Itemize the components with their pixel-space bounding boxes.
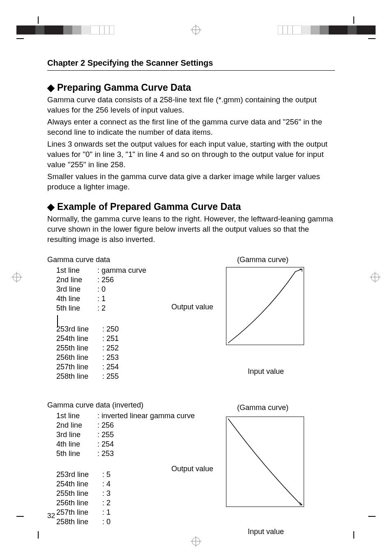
line-key: 4th line: [56, 294, 97, 304]
line-key: 254th line: [56, 479, 102, 489]
line-val: 254: [101, 440, 114, 449]
colon: :: [97, 304, 101, 313]
colon: :: [97, 421, 101, 430]
line-val: 253: [101, 449, 114, 458]
crop-mark: [16, 38, 24, 39]
line-val: inverted linear gamma curve: [101, 411, 195, 421]
paragraph: Smaller values in the gamma curve data g…: [47, 172, 335, 192]
colon: :: [97, 449, 101, 458]
paragraph: Always enter a connect as the first line…: [47, 117, 335, 138]
fig1-graph-box: [226, 267, 304, 345]
colon: :: [97, 285, 101, 294]
line-key: 3rd line: [56, 430, 97, 440]
line-key: 2nd line: [56, 421, 97, 430]
diamond-icon: ◆: [47, 82, 55, 93]
line-key: 256th line: [56, 498, 102, 508]
colon: :: [97, 266, 101, 275]
line-val: 2: [106, 498, 111, 508]
page-number: 32: [47, 512, 55, 520]
color-bar-right: [278, 25, 376, 35]
section-heading-example: ◆Example of Prepared Gamma Curve Data: [47, 201, 335, 212]
colon: :: [102, 353, 106, 362]
line-val: 255: [101, 430, 114, 440]
paragraph: Lines 3 onwards set the output values fo…: [47, 139, 335, 170]
fig1-output-label: Output value: [171, 303, 213, 311]
crop-mark: [368, 38, 376, 39]
line-val: 254: [106, 362, 119, 372]
colon: :: [102, 489, 106, 498]
fig2-title: Gamma curve data (inverted): [47, 401, 335, 410]
colon: :: [102, 470, 106, 479]
line-key: 257th line: [56, 508, 102, 517]
registration-mark: [12, 272, 22, 283]
colon: :: [102, 372, 106, 381]
line-key: 253rd line: [56, 325, 102, 334]
line-val: 5: [106, 470, 111, 479]
line-val: 251: [106, 334, 119, 343]
colon: :: [102, 334, 106, 343]
line-val: 3: [106, 489, 111, 498]
line-val: 250: [106, 325, 119, 334]
colon: :: [102, 517, 106, 527]
colon: :: [102, 343, 106, 353]
crop-mark: [368, 516, 376, 517]
crop-mark: [38, 531, 39, 539]
line-key: 258th line: [56, 372, 102, 381]
line-key: 256th line: [56, 353, 102, 362]
line-key: 1st line: [56, 411, 97, 421]
heading-text: Preparing Gamma Curve Data: [57, 82, 191, 93]
color-bar-left: [16, 25, 114, 35]
line-val: 1: [106, 508, 111, 517]
diamond-icon: ◆: [47, 201, 55, 212]
fig2-graph-box: [226, 417, 304, 507]
registration-mark: [370, 272, 380, 283]
colon: :: [102, 508, 106, 517]
line-val: 0: [101, 285, 106, 294]
line-key: 255th line: [56, 343, 102, 353]
fig1-title: Gamma curve data: [47, 256, 335, 264]
line-val: 256: [101, 421, 114, 430]
colon: :: [97, 411, 101, 421]
colon: :: [97, 430, 101, 440]
crop-mark: [38, 16, 39, 24]
ellipsis-mark: [57, 315, 58, 327]
line-key: 4th line: [56, 440, 97, 449]
title-rule: [47, 70, 335, 71]
colon: :: [97, 294, 101, 304]
fig1-curve-label: (Gamma curve): [237, 256, 288, 264]
line-val: 0: [106, 517, 111, 527]
line-key: 5th line: [56, 304, 97, 313]
fig2-input-label: Input value: [248, 527, 284, 536]
fig1-curve: [226, 267, 304, 345]
fig2-output-label: Output value: [171, 465, 213, 473]
crop-mark: [353, 16, 354, 24]
line-key: 3rd line: [56, 285, 97, 294]
line-val: 255: [106, 372, 119, 381]
line-key: 258th line: [56, 517, 102, 527]
fig2-curve: [226, 417, 304, 507]
crop-mark: [16, 516, 24, 517]
line-val: 256: [101, 275, 114, 285]
line-val: 2: [101, 304, 106, 313]
chapter-title: Chapter 2 Specifying the Scanner Setting…: [47, 58, 335, 68]
colon: :: [97, 275, 101, 285]
heading-text: Example of Prepared Gamma Curve Data: [57, 201, 241, 212]
section-heading-preparing: ◆Preparing Gamma Curve Data: [47, 82, 335, 93]
figure-block-1: Gamma curve data 1st line:gamma curve 2n…: [47, 256, 335, 387]
colon: :: [102, 325, 106, 334]
fig2-curve-label: (Gamma curve): [237, 403, 288, 412]
paragraph: Normally, the gamma curve leans to the r…: [47, 214, 335, 245]
line-val: 253: [106, 353, 119, 362]
figure-block-2: Gamma curve data (inverted) 1st line:inv…: [47, 401, 335, 541]
registration-mark: [191, 25, 201, 35]
line-val: 4: [106, 479, 111, 489]
page-content: Chapter 2 Specifying the Scanner Setting…: [47, 58, 335, 541]
line-key: 1st line: [56, 266, 97, 275]
line-val: 252: [106, 343, 119, 353]
colon: :: [102, 479, 106, 489]
line-val: 1: [101, 294, 106, 304]
paragraph: Gamma curve data consists of a 258-line …: [47, 95, 335, 115]
colon: :: [102, 498, 106, 508]
colon: :: [97, 440, 101, 449]
line-key: 255th line: [56, 489, 102, 498]
